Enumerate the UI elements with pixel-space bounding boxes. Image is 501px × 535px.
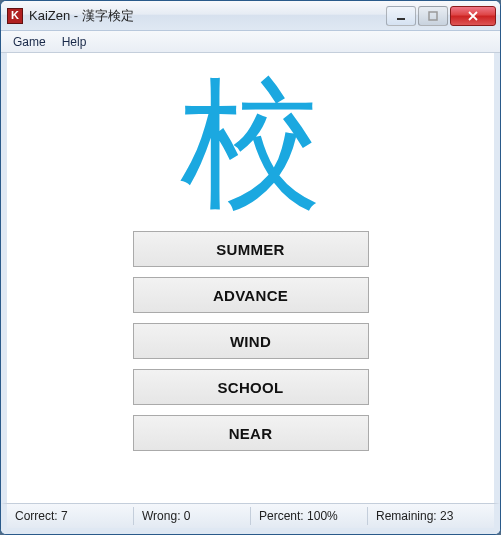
status-percent: Percent: 100%: [251, 507, 368, 525]
status-percent-value: 100%: [307, 509, 338, 523]
status-correct-label: Correct:: [15, 509, 58, 523]
maximize-button[interactable]: [418, 6, 448, 26]
status-remaining-label: Remaining:: [376, 509, 437, 523]
statusbar: Correct: 7 Wrong: 0 Percent: 100% Remain…: [1, 503, 500, 534]
status-wrong-label: Wrong:: [142, 509, 180, 523]
option-button-1[interactable]: SUMMER: [133, 231, 369, 267]
menu-game[interactable]: Game: [5, 33, 54, 51]
app-icon: K: [7, 8, 23, 24]
option-button-2[interactable]: ADVANCE: [133, 277, 369, 313]
menu-help[interactable]: Help: [54, 33, 95, 51]
svg-rect-0: [397, 18, 405, 20]
status-wrong-value: 0: [184, 509, 191, 523]
status-correct: Correct: 7: [7, 507, 134, 525]
status-wrong: Wrong: 0: [134, 507, 251, 525]
status-remaining-value: 23: [440, 509, 453, 523]
status-remaining: Remaining: 23: [368, 507, 494, 525]
status-percent-label: Percent:: [259, 509, 304, 523]
titlebar[interactable]: K KaiZen - 漢字検定: [1, 1, 500, 31]
svg-rect-1: [429, 12, 437, 20]
kanji-display: 校: [181, 73, 321, 213]
option-button-3[interactable]: WIND: [133, 323, 369, 359]
status-correct-value: 7: [61, 509, 68, 523]
content-area: 校 SUMMER ADVANCE WIND SCHOOL NEAR: [1, 53, 500, 503]
window-controls: [386, 6, 496, 26]
option-button-5[interactable]: NEAR: [133, 415, 369, 451]
answer-options: SUMMER ADVANCE WIND SCHOOL NEAR: [133, 231, 369, 451]
close-button[interactable]: [450, 6, 496, 26]
menubar: Game Help: [1, 31, 500, 53]
option-button-4[interactable]: SCHOOL: [133, 369, 369, 405]
window-title: KaiZen - 漢字検定: [29, 7, 386, 25]
minimize-button[interactable]: [386, 6, 416, 26]
app-window: K KaiZen - 漢字検定 Game Help 校 SUMMER ADVAN…: [0, 0, 501, 535]
